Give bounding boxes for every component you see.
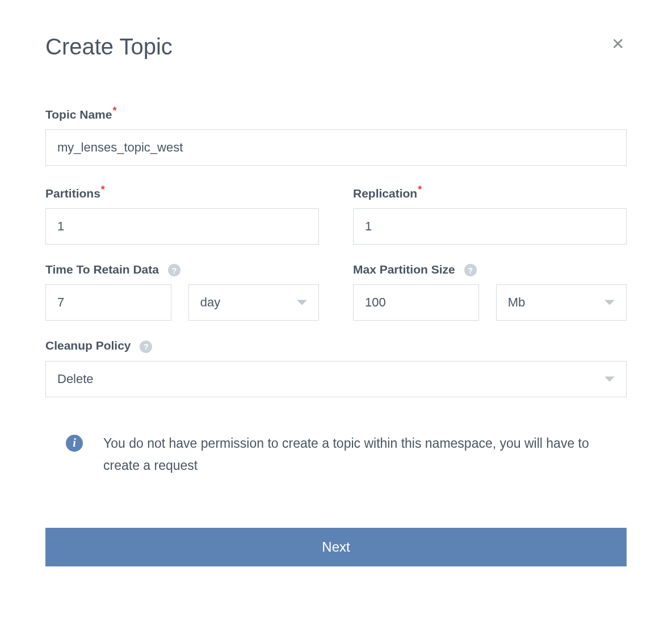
time-to-retain-label: Time To Retain Data ? [45, 263, 319, 276]
topic-name-label-text: Topic Name [45, 108, 112, 121]
cleanup-policy-select[interactable]: Delete [45, 361, 627, 397]
help-icon[interactable]: ? [464, 264, 477, 276]
partitions-label: Partitions* [45, 184, 319, 200]
info-message-text: You do not have permission to create a t… [103, 432, 606, 477]
max-partition-size-unit-value: Mb [508, 295, 526, 310]
close-icon[interactable]: ✕ [609, 34, 627, 54]
next-button[interactable]: Next [45, 528, 627, 566]
cleanup-policy-value: Delete [57, 372, 94, 386]
help-icon[interactable]: ? [168, 264, 180, 276]
partitions-label-text: Partitions [45, 187, 100, 200]
max-partition-size-label-text: Max Partition Size [353, 263, 455, 276]
info-icon: i [66, 435, 83, 452]
time-to-retain-input[interactable] [45, 284, 171, 321]
chevron-down-icon [297, 300, 307, 305]
topic-name-input[interactable] [45, 129, 627, 166]
cleanup-policy-label-text: Cleanup Policy [45, 339, 131, 352]
required-asterisk: * [112, 105, 116, 116]
dialog-title: Create Topic [45, 34, 173, 60]
replication-label-text: Replication [353, 187, 417, 200]
required-asterisk: * [101, 184, 105, 195]
time-to-retain-label-text: Time To Retain Data [45, 263, 159, 276]
topic-name-label: Topic Name* [45, 105, 627, 121]
help-icon[interactable]: ? [140, 341, 152, 353]
partitions-input[interactable] [45, 208, 319, 245]
required-asterisk: * [418, 184, 422, 195]
max-partition-size-input[interactable] [353, 284, 479, 321]
time-to-retain-unit-select[interactable]: day [188, 284, 319, 321]
chevron-down-icon [604, 376, 615, 381]
cleanup-policy-label: Cleanup Policy ? [45, 339, 627, 352]
time-to-retain-unit-value: day [200, 295, 220, 310]
info-message-box: i You do not have permission to create a… [45, 415, 627, 494]
replication-input[interactable] [353, 208, 627, 245]
max-partition-size-label: Max Partition Size ? [353, 263, 627, 276]
max-partition-size-unit-select[interactable]: Mb [496, 284, 627, 321]
replication-label: Replication* [353, 184, 627, 200]
chevron-down-icon [604, 300, 615, 305]
